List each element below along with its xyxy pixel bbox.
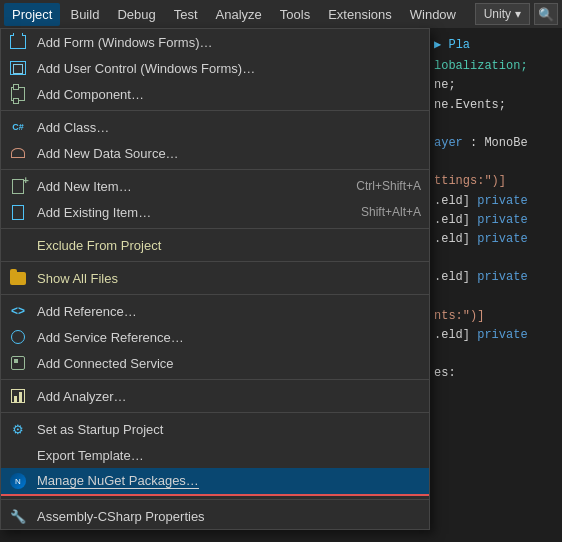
menu-item-add-class[interactable]: Add Class… bbox=[1, 114, 429, 140]
separator-6 bbox=[1, 379, 429, 380]
code-line-12 bbox=[434, 249, 558, 268]
new-item-icon: + bbox=[7, 175, 29, 197]
menu-item-add-connected-service[interactable]: Add Connected Service bbox=[1, 350, 429, 376]
menubar-tools[interactable]: Tools bbox=[272, 3, 318, 26]
data-source-icon bbox=[7, 142, 29, 164]
assembly-icon: 🔧 bbox=[7, 505, 29, 527]
startup-icon: ⚙ bbox=[7, 418, 29, 440]
search-button[interactable]: 🔍 bbox=[534, 3, 558, 25]
menu-item-add-new-item[interactable]: + Add New Item… Ctrl+Shift+A bbox=[1, 173, 429, 199]
menubar-build[interactable]: Build bbox=[62, 3, 107, 26]
menu-item-exclude-from-project[interactable]: Exclude From Project bbox=[1, 232, 429, 258]
user-control-icon bbox=[7, 57, 29, 79]
code-editor-bg: ▶ Pla lobalization; ne; ne.Events; ayer … bbox=[430, 28, 562, 542]
component-icon bbox=[7, 83, 29, 105]
code-line-2: lobalization; bbox=[434, 57, 558, 76]
existing-item-icon bbox=[7, 201, 29, 223]
menubar: Project Build Debug Test Analyze Tools E… bbox=[0, 0, 562, 28]
code-line-13: .eld] private bbox=[434, 268, 558, 287]
form-icon bbox=[7, 31, 29, 53]
code-line-5 bbox=[434, 115, 558, 134]
separator-4 bbox=[1, 261, 429, 262]
unity-label: Unity bbox=[484, 7, 511, 21]
menu-item-add-reference[interactable]: <> Add Reference… bbox=[1, 298, 429, 324]
menubar-analyze[interactable]: Analyze bbox=[208, 3, 270, 26]
menubar-extensions[interactable]: Extensions bbox=[320, 3, 400, 26]
separator-3 bbox=[1, 228, 429, 229]
code-line-3: ne; bbox=[434, 76, 558, 95]
code-line-16: .eld] private bbox=[434, 326, 558, 345]
shortcut-add-existing-item: Shift+Alt+A bbox=[361, 205, 421, 219]
code-line-11: .eld] private bbox=[434, 230, 558, 249]
menu-item-add-component[interactable]: Add Component… bbox=[1, 81, 429, 107]
separator-1 bbox=[1, 110, 429, 111]
reference-icon: <> bbox=[7, 300, 29, 322]
menu-item-export-template[interactable]: Export Template… bbox=[1, 442, 429, 468]
shortcut-add-new-item: Ctrl+Shift+A bbox=[356, 179, 421, 193]
search-icon: 🔍 bbox=[538, 7, 554, 22]
menu-item-add-data-source[interactable]: Add New Data Source… bbox=[1, 140, 429, 166]
connected-service-icon bbox=[7, 352, 29, 374]
code-line-18: es: bbox=[434, 364, 558, 383]
menu-item-add-analyzer[interactable]: Add Analyzer… bbox=[1, 383, 429, 409]
class-icon bbox=[7, 116, 29, 138]
menu-item-add-existing-item[interactable]: Add Existing Item… Shift+Alt+A bbox=[1, 199, 429, 225]
code-line-10: .eld] private bbox=[434, 211, 558, 230]
separator-5 bbox=[1, 294, 429, 295]
menu-item-assembly-properties[interactable]: 🔧 Assembly-CSharp Properties bbox=[1, 503, 429, 529]
code-line-4: ne.Events; bbox=[434, 96, 558, 115]
menu-item-show-all-files[interactable]: Show All Files bbox=[1, 265, 429, 291]
menubar-test[interactable]: Test bbox=[166, 3, 206, 26]
menu-item-add-service-reference[interactable]: Add Service Reference… bbox=[1, 324, 429, 350]
code-line-17 bbox=[434, 345, 558, 364]
menubar-project[interactable]: Project bbox=[4, 3, 60, 26]
menubar-window[interactable]: Window bbox=[402, 3, 464, 26]
menu-item-manage-nuget[interactable]: N Manage NuGet Packages… bbox=[1, 468, 429, 496]
nuget-icon: N bbox=[7, 470, 29, 492]
code-line-14 bbox=[434, 287, 558, 306]
analyzer-icon bbox=[7, 385, 29, 407]
menu-item-set-startup[interactable]: ⚙ Set as Startup Project bbox=[1, 416, 429, 442]
code-line-6: ayer : MonoBe bbox=[434, 134, 558, 153]
code-line-9: .eld] private bbox=[434, 192, 558, 211]
chevron-down-icon: ▾ bbox=[515, 7, 521, 21]
service-reference-icon bbox=[7, 326, 29, 348]
separator-8 bbox=[1, 499, 429, 500]
menu-item-add-user-control[interactable]: Add User Control (Windows Forms)… bbox=[1, 55, 429, 81]
separator-2 bbox=[1, 169, 429, 170]
separator-7 bbox=[1, 412, 429, 413]
folder-icon bbox=[7, 267, 29, 289]
unity-button[interactable]: Unity ▾ bbox=[475, 3, 530, 25]
project-dropdown-menu: Add Form (Windows Forms)… Add User Contr… bbox=[0, 28, 430, 530]
menubar-debug[interactable]: Debug bbox=[109, 3, 163, 26]
code-line-15: nts:")] bbox=[434, 307, 558, 326]
code-line-8: ttings:")] bbox=[434, 172, 558, 191]
code-line-1: ▶ Pla bbox=[434, 36, 558, 55]
menu-item-add-form[interactable]: Add Form (Windows Forms)… bbox=[1, 29, 429, 55]
code-line-7 bbox=[434, 153, 558, 172]
